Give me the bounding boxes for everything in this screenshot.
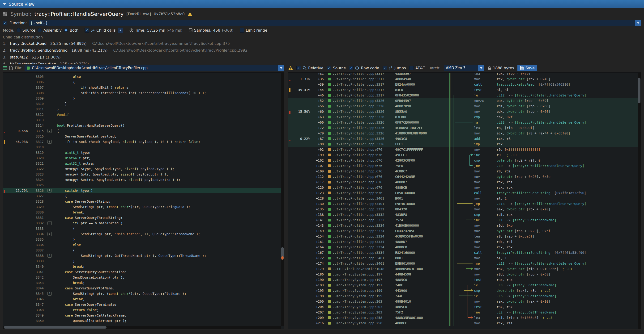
child-calls-toggle[interactable]: Child calls bbox=[84, 28, 116, 32]
asm-row[interactable]: +179..1103\include\atomic:1048488B05B63C… bbox=[288, 266, 638, 272]
source-line[interactable]: 3344 case ServerQueryPlotName: bbox=[3, 285, 281, 291]
asm-source-ref[interactable]: ..t\TracyProfiler.cpp:3326 bbox=[327, 99, 395, 103]
asm-source-ref[interactable]: ..t\TracyProfiler.cpp:3334 bbox=[327, 240, 395, 244]
asm-source-ref[interactable]: ..t\TracyProfiler.cpp:3326 bbox=[327, 137, 395, 141]
asm-source-ref[interactable]: ..t\TracyProfiler.cpp:3334 bbox=[327, 224, 395, 227]
asm-row[interactable]: +198..mon\TracySystem.cpp:199744Cje.L6 -… bbox=[288, 293, 638, 299]
asm-source-ref[interactable]: ..t\TracyProfiler.hpp:676 bbox=[327, 159, 395, 162]
asm-row[interactable]: +79..t\TracyProfiler.cpp:3326418B8C80E0B… bbox=[288, 131, 638, 136]
asm-source-ref[interactable]: ..t\TracyProfiler.cpp:3317 bbox=[327, 88, 395, 92]
assembly-vertical-scrollbar[interactable] bbox=[638, 73, 641, 329]
asm-link-count[interactable]: 3 bbox=[48, 221, 52, 225]
asm-source-ref[interactable]: ..t\TracyProfiler.hpp:676 bbox=[327, 153, 395, 157]
source-line[interactable]: 3337 { bbox=[3, 247, 281, 253]
source-line[interactable]: 3350 QueueCallstackFrame( ptr ); bbox=[3, 318, 281, 323]
source-line[interactable]: 3316 ServerQueryPacket payload; bbox=[3, 134, 281, 139]
asm-source-ref[interactable]: ..t\TracyProfiler.hpp:676 bbox=[327, 175, 395, 178]
asm-source-ref[interactable]: ..t\TracyProfiler.cpp:3334 bbox=[327, 229, 395, 233]
source-line[interactable]: 3318 bbox=[3, 144, 281, 150]
chevron-down-icon[interactable] bbox=[478, 65, 484, 71]
asm-source-ref[interactable]: ..t\TracyProfiler.cpp:3317 bbox=[327, 72, 395, 75]
asm-row[interactable]: +204..mon\TracySystem.cpp:2034885C0testr… bbox=[288, 304, 638, 310]
asm-source-ref[interactable]: ..t\TracyProfiler.hpp:676 bbox=[327, 191, 395, 195]
asm-source-ref[interactable]: ..mon\TracySystem.cpp:197 bbox=[327, 272, 395, 276]
asm-row[interactable]: +195..mon\TracySystem.cpp:199443900cmpdw… bbox=[288, 288, 638, 293]
asm-row[interactable]: 0.22%+87..t\TracyProfiler.cpp:33264903C8… bbox=[288, 136, 638, 141]
asm-row[interactable]: +31..t\TracyProfiler.cpp:3317488D5597lea… bbox=[288, 72, 638, 76]
source-vertical-scrollbar[interactable] bbox=[281, 73, 284, 326]
asm-source-ref[interactable]: ..t\TracyProfiler.hpp:676 bbox=[327, 164, 395, 168]
asm-source-ref[interactable]: ..t\TracyProfiler.cpp:3326 bbox=[327, 104, 395, 108]
asm-row[interactable]: +138..t\TracyProfiler.cpp:3332483BF8cmpr… bbox=[288, 212, 638, 217]
source-line[interactable]: 3324 memcpy( &extra, &payload.extra, siz… bbox=[3, 177, 281, 182]
source-line[interactable]: 3312#endif bbox=[3, 112, 281, 117]
asm-row[interactable]: +109..t\TracyProfiler.hpp:6764C8BC7movr8… bbox=[288, 168, 638, 174]
asm-source-ref[interactable]: ..mon\TracySystem.cpp:258 bbox=[327, 321, 395, 325]
asm-link-marker[interactable]: 1 bbox=[44, 254, 56, 258]
source-checkbox[interactable] bbox=[327, 66, 331, 70]
save-button[interactable]: Save bbox=[518, 65, 537, 71]
source-line[interactable]: 3308 std::this_thread::sleep_for( std::c… bbox=[3, 90, 281, 96]
asm-row[interactable]: +63..t\TracyProfiler.cpp:332683F80Fcmpea… bbox=[288, 114, 638, 120]
asm-row[interactable]: +99..t\TracyProfiler.hpp:67649FFC1incr9 … bbox=[288, 152, 638, 158]
asm-source-ref[interactable]: ..t\TracyProfiler.cpp:3317 bbox=[327, 83, 395, 86]
file-select[interactable]: C:\Users\wolf\Desktop\darkrl\contrib\tra… bbox=[24, 65, 284, 71]
source-line[interactable]: 3321 uint32_t extra; bbox=[3, 161, 281, 166]
asm-row[interactable]: +107..t\TracyProfiler.hpp:67675F6jne.L0 … bbox=[288, 163, 638, 168]
asm-source-ref[interactable]: ..mon\TracySystem.cpp:203 bbox=[327, 305, 395, 309]
source-line[interactable]: 3329 SendString( ptr, (const char*)ptr, … bbox=[3, 204, 281, 209]
source-line[interactable]: 3325 bbox=[3, 182, 281, 188]
asm-row[interactable]: +161..t\TracyProfiler.cpp:3334488BD7movr… bbox=[288, 239, 638, 244]
asm-row[interactable]: +120..t\TracyProfiler.hpp:676488BCBmovrc… bbox=[288, 185, 638, 190]
asm-row[interactable]: +186..mon\TracySystem.cpp:197448B4598mov… bbox=[288, 272, 638, 277]
asm-row[interactable]: +102..t\TracyProfiler.hpp:67642803C0F00c… bbox=[288, 158, 638, 163]
source-line[interactable]: 3327 { bbox=[3, 193, 281, 199]
jumps-toggle[interactable]: Jumps bbox=[382, 66, 406, 70]
asm-source-ref[interactable]: ..t\TracyProfiler.cpp:3401 bbox=[327, 202, 395, 206]
asm-row[interactable]: +216..mon\TracySystem.cpp:258488BCEmovrc… bbox=[288, 320, 638, 326]
asm-row[interactable]: +90..t\TracyProfiler.cpp:3326FFE1jmprcx bbox=[288, 141, 638, 147]
asm-row[interactable]: +164..t\TracyProfiler.cpp:3334488BCBmovr… bbox=[288, 244, 638, 250]
source-line[interactable]: 3307 if( shouldExit ) return; bbox=[3, 85, 281, 90]
asm-row[interactable]: 15.50%+60..t\TracyProfiler.cpp:33268B55A… bbox=[288, 109, 638, 114]
asm-link-marker[interactable]: 9 bbox=[44, 189, 56, 192]
chevron-down-icon[interactable] bbox=[278, 65, 284, 71]
asm-row[interactable]: +141..t\TracyProfiler.cpp:33327524jne.L1… bbox=[288, 217, 638, 223]
asm-row[interactable]: +174..t\TracyProfiler.cpp:3401E9B8010000… bbox=[288, 261, 638, 266]
asm-row[interactable]: 45.41%+44..t\TracyProfiler.cpp:331784C0t… bbox=[288, 87, 638, 92]
child-call-item[interactable]: 4.KeSynchronizeExecution125 μs (0.27%) bbox=[3, 61, 641, 64]
source-line[interactable]: 3306 { bbox=[3, 79, 281, 85]
uarch-select[interactable]: AMD Zen 3 bbox=[444, 65, 484, 71]
source-line[interactable]: 3347 case ServerQueryTerminate: bbox=[3, 302, 281, 307]
source-line[interactable]: 3348 return false; bbox=[3, 307, 281, 313]
asm-source-ref[interactable]: ..t\TracyProfiler.cpp:3401 bbox=[327, 256, 395, 260]
asm-source-ref[interactable]: ..t\TracyProfiler.cpp:3332 bbox=[327, 218, 395, 222]
source-line[interactable]: 3340 break; bbox=[3, 264, 281, 269]
asm-source-ref[interactable]: ..mon\TracySystem.cpp:197 bbox=[327, 283, 395, 287]
att-toggle[interactable]: AT&T bbox=[409, 66, 425, 70]
asm-source-ref[interactable]: ..t\TracyProfiler.cpp:3334 bbox=[327, 251, 395, 255]
asm-source-ref[interactable]: ..mon\TracySystem.cpp:199 bbox=[327, 294, 395, 298]
source-line[interactable]: 3335 } bbox=[3, 237, 281, 242]
function-select[interactable]: [ - self - ] bbox=[29, 20, 641, 26]
source-line[interactable]: 0.66%33157{ bbox=[3, 128, 281, 134]
asm-row[interactable]: +92..t\TracyProfiler.hpp:67649C7C1FFFFFF… bbox=[288, 147, 638, 152]
relative-checkbox[interactable] bbox=[296, 66, 301, 70]
asm-source-ref[interactable]: ..t\TracyProfiler.cpp:3334 bbox=[327, 234, 395, 238]
radio-icon[interactable] bbox=[16, 28, 21, 32]
asm-source-ref[interactable]: ..mon\TracySystem.cpp:203 bbox=[327, 311, 395, 314]
asm-link-count[interactable]: 5 bbox=[48, 140, 52, 144]
asm-row[interactable]: +130..t\TracyProfiler.cpp:3401E9E4010000… bbox=[288, 201, 638, 206]
asm-source-ref[interactable]: ..t\TracyProfiler.hpp:676 bbox=[327, 180, 395, 184]
scrollbar-thumb[interactable] bbox=[4, 326, 106, 329]
source-files-icon[interactable] bbox=[3, 66, 7, 70]
asm-link-marker[interactable]: 3 bbox=[44, 221, 56, 225]
source-line[interactable]: 3309 } bbox=[3, 96, 281, 101]
asm-row[interactable]: +190..mon\TracySystem.cpp:1974885C0testr… bbox=[288, 277, 638, 282]
asm-link-count[interactable]: 6 bbox=[48, 232, 52, 236]
asm-row[interactable]: +112..t\TracyProfiler.hpp:676C64424205Em… bbox=[288, 174, 638, 179]
asm-row[interactable]: +193..mon\TracySystem.cpp:197740Eje.L3 -… bbox=[288, 282, 638, 288]
asm-source-ref[interactable]: ..t\TracyProfiler.cpp:3317 bbox=[327, 77, 395, 81]
source-line[interactable]: 3330 break; bbox=[3, 209, 281, 215]
asm-source-ref[interactable]: ..1103\include\atomic:1048 bbox=[327, 267, 395, 271]
